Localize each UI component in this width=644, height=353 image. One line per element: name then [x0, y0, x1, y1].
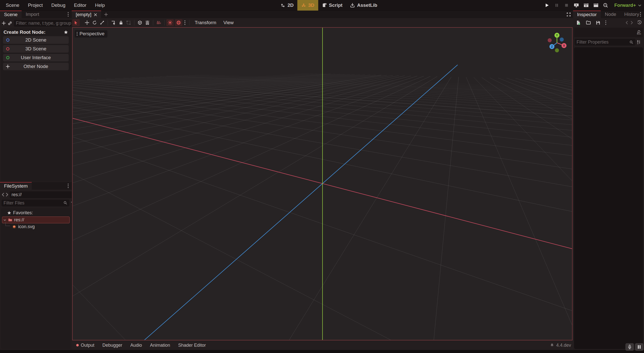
play-button[interactable]: [543, 2, 551, 9]
tree-item-icon-svg[interactable]: icon.svg: [1, 223, 71, 230]
scene-tab-label: [empty]: [76, 12, 91, 17]
fs-filter-input[interactable]: [4, 200, 62, 206]
create-other-node-button[interactable]: Other Node: [3, 63, 69, 70]
tab-import[interactable]: Import: [22, 11, 43, 18]
snap-object-to-floor-button[interactable]: [136, 19, 144, 26]
perspective-menu[interactable]: Perspective: [75, 30, 107, 38]
group-button[interactable]: [125, 19, 132, 26]
create-user-interface-button[interactable]: User Interface: [3, 54, 69, 61]
doc-search-icon[interactable]: DOC: [636, 30, 641, 35]
menu-debug[interactable]: Debug: [47, 0, 70, 11]
create-3d-scene-button[interactable]: 3D Scene: [3, 45, 69, 53]
scene-dock-menu-button[interactable]: [66, 11, 71, 18]
workspace-switcher: 2D 3D Script A: [277, 0, 381, 11]
tool-move-button[interactable]: [83, 19, 91, 26]
run-controls: Forward+: [543, 0, 641, 11]
renderer-label: Forward+: [614, 3, 636, 8]
tree-item-res-root[interactable]: res://: [2, 217, 70, 223]
search-icon: [63, 201, 67, 205]
view-menu[interactable]: View: [220, 20, 237, 25]
output-panel-button[interactable]: Output: [72, 343, 98, 348]
menu-scene[interactable]: Scene: [2, 0, 24, 11]
tab-inspector[interactable]: Inspector: [573, 11, 601, 18]
scene-tab-bar: [empty]: [72, 11, 573, 18]
load-resource-button[interactable]: [585, 19, 592, 26]
list-select-button[interactable]: [110, 19, 117, 26]
fs-path-input[interactable]: [12, 192, 70, 197]
tab-filesystem[interactable]: FileSystem: [0, 182, 32, 190]
icon-svg-row-wrap: icon.svg: [1, 223, 71, 230]
pause-button[interactable]: [553, 2, 560, 9]
microphone-button[interactable]: [625, 343, 634, 351]
filesystem-dock-menu-button[interactable]: [66, 182, 71, 190]
shader-editor-panel-button[interactable]: Shader Editor: [174, 343, 210, 348]
menu-editor[interactable]: Editor: [70, 0, 91, 11]
workspace-2d-button[interactable]: 2D: [277, 0, 297, 11]
inspector-properties-area: [574, 47, 643, 349]
recording-pause-button[interactable]: [635, 343, 643, 351]
godot-editor-window: Scene Project Debug Editor Help 2D 3D: [0, 0, 644, 353]
play-scene-button[interactable]: [573, 2, 580, 9]
vertical-dots-icon: [67, 12, 69, 17]
workspace-3d-button[interactable]: 3D: [297, 0, 318, 11]
tool-select-button[interactable]: [72, 19, 80, 26]
save-resource-button[interactable]: [594, 19, 602, 26]
new-scene-tab-button[interactable]: [101, 11, 111, 18]
camera-preview-button[interactable]: [155, 19, 163, 26]
tab-node[interactable]: Node: [601, 11, 620, 18]
transform-menu[interactable]: Transform: [191, 20, 220, 25]
favorites-star-icon[interactable]: [64, 30, 68, 34]
lock-button[interactable]: [117, 19, 125, 26]
property-tools-button[interactable]: [635, 39, 642, 46]
movie-maker-mode-button[interactable]: [602, 2, 610, 9]
use-snap-button[interactable]: [144, 19, 151, 26]
audio-panel-button[interactable]: Audio: [126, 343, 146, 348]
tool-scale-button[interactable]: [98, 19, 106, 26]
instance-scene-button[interactable]: [8, 20, 12, 27]
inspector-filter-input[interactable]: [577, 40, 628, 45]
history-back-icon[interactable]: [625, 21, 628, 25]
renderer-selector[interactable]: Forward+: [614, 3, 641, 8]
animation-panel-button[interactable]: Animation: [146, 343, 174, 348]
toolbar-separator: [189, 20, 189, 25]
view-extra-options-button[interactable]: [182, 19, 187, 26]
distraction-free-button[interactable]: [566, 11, 571, 18]
bell-icon[interactable]: [550, 343, 554, 347]
fs-forward-button[interactable]: [6, 191, 9, 198]
tab-scene[interactable]: Scene: [0, 11, 22, 18]
create-2d-scene-button[interactable]: 2D Scene: [3, 36, 69, 44]
workspace-script-button[interactable]: Script: [318, 0, 346, 11]
play-custom-scene-button[interactable]: [592, 2, 600, 9]
scene-tab-empty[interactable]: [empty]: [72, 11, 101, 18]
tool-rotate-button[interactable]: [91, 19, 98, 26]
chevron-down-icon: [638, 4, 641, 7]
preview-sunlight-button[interactable]: [166, 19, 174, 26]
shader-editor-label: Shader Editor: [178, 343, 206, 348]
view-axis-gizmo[interactable]: YXZ: [544, 30, 570, 55]
history-forward-icon[interactable]: [630, 21, 633, 25]
close-icon[interactable]: [94, 13, 97, 16]
play-current-scene-button[interactable]: [582, 2, 590, 9]
workspace-3d-label: 3D: [308, 3, 314, 8]
fs-back-button[interactable]: [2, 191, 5, 198]
menu-help[interactable]: Help: [91, 0, 109, 11]
favorites-label: Favorites:: [13, 210, 33, 216]
caret-down-icon[interactable]: [3, 219, 6, 222]
scene-panel: Scene Import: [0, 11, 72, 182]
tree-guide-line: [5, 222, 11, 227]
environment-globe-icon: [176, 20, 181, 25]
favorites-row[interactable]: Favorites:: [1, 209, 71, 216]
stop-button[interactable]: [563, 2, 570, 9]
debugger-panel-button[interactable]: Debugger: [98, 343, 126, 348]
resource-extra-menu-button[interactable]: [603, 19, 608, 26]
fs-path-box: [10, 191, 72, 198]
preview-environment-button[interactable]: [175, 19, 182, 26]
add-node-button[interactable]: [2, 20, 6, 27]
history-clock-icon[interactable]: [637, 20, 642, 25]
workspace-assetlib-button[interactable]: AssetLib: [346, 0, 381, 11]
viewport-3d[interactable]: Perspective YXZ: [72, 27, 573, 340]
inspector-dock-menu-button[interactable]: [638, 11, 643, 18]
new-resource-button[interactable]: [575, 19, 582, 26]
scene-filter-input[interactable]: [16, 21, 74, 26]
menu-project[interactable]: Project: [24, 0, 47, 11]
